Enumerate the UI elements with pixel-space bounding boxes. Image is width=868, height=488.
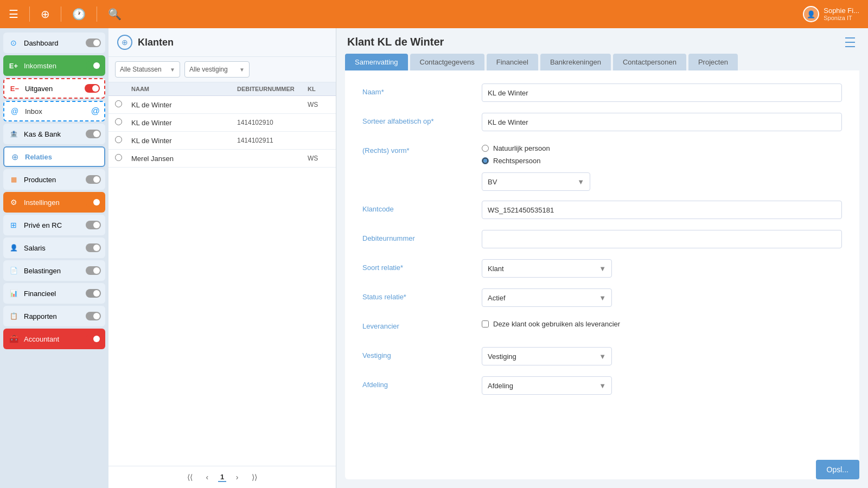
- sidebar-item-relaties[interactable]: ⊕ Relaties: [3, 146, 105, 167]
- row-naam-1: KL de Winter: [131, 119, 237, 127]
- radio-rechtspersoon-input[interactable]: [482, 157, 489, 164]
- page-last[interactable]: ⟩⟩: [248, 471, 261, 484]
- leverancier-checkbox[interactable]: [482, 320, 489, 328]
- vestiging-select[interactable]: Vestiging ▼: [482, 347, 612, 365]
- form-row-leverancier: Leverancier Deze klant ook gebruiken als…: [362, 318, 842, 337]
- row-radio[interactable]: [115, 136, 122, 143]
- row-radio[interactable]: [115, 118, 122, 125]
- inkomsten-toggle[interactable]: [86, 61, 101, 70]
- naam-input[interactable]: [482, 84, 842, 102]
- sidebar-item-financieel[interactable]: 📊 Financieel: [3, 283, 105, 304]
- status-filter[interactable]: Alle Statussen ▼: [115, 61, 180, 78]
- radio-natuurlijk-input[interactable]: [482, 145, 489, 152]
- page-number: 1: [218, 473, 226, 482]
- afdeling-select[interactable]: Afdeling ▼: [482, 376, 612, 395]
- leverancier-control: Deze klant ook gebruiken als leverancier: [482, 318, 842, 328]
- status-relatie-select[interactable]: Actief ▼: [482, 288, 612, 307]
- sidebar-item-prive[interactable]: ⊞ Privé en RC: [3, 215, 105, 235]
- bv-select[interactable]: BV ▼: [482, 172, 590, 191]
- main-layout: ⊙ Dashboard E+ Inkomsten E− Uitgaven @: [0, 28, 868, 488]
- add-icon[interactable]: ⊕: [39, 5, 52, 23]
- grid-view-icon[interactable]: [845, 36, 855, 48]
- sidebar-item-kasbank[interactable]: 🏦 Kas & Bank: [3, 124, 105, 144]
- separator-1: [29, 7, 30, 22]
- sidebar-item-inbox[interactable]: @ Inbox @: [3, 101, 105, 121]
- col-debiteur-header: DEBITEURNUMMER: [237, 86, 308, 92]
- tab-contactgegevens[interactable]: Contactgegevens: [410, 54, 484, 70]
- table-header: NAAM DEBITEURNUMMER KL: [108, 82, 336, 96]
- sorteer-input[interactable]: [482, 113, 842, 131]
- tab-financieel[interactable]: Financieel: [487, 54, 538, 70]
- sorteer-control: [482, 113, 842, 131]
- kasbank-toggle[interactable]: [86, 130, 101, 138]
- table-row[interactable]: Merel Jansen WS: [108, 150, 336, 168]
- tab-samenvatting[interactable]: Samenvatting: [345, 54, 408, 70]
- col-kl-header: KL: [308, 86, 329, 92]
- uitgaven-toggle[interactable]: [85, 84, 100, 93]
- sidebar-item-rapporten[interactable]: 📋 Rapporten: [3, 306, 105, 326]
- belastingen-icon: 📄: [8, 265, 20, 277]
- sidebar-item-producten[interactable]: ▦ Producten: [3, 169, 105, 190]
- radio-natuurlijk[interactable]: Natuurlijk persoon: [482, 144, 842, 152]
- page-prev[interactable]: ‹: [201, 471, 214, 484]
- table-row[interactable]: KL de Winter 1414102910: [108, 114, 336, 132]
- rapporten-toggle[interactable]: [86, 312, 101, 320]
- inkomsten-icon: E+: [8, 60, 20, 72]
- prive-toggle[interactable]: [86, 221, 101, 229]
- sorteer-label: Sorteer alfabetisch op*: [362, 113, 482, 125]
- soort-relatie-value: Klant: [488, 265, 504, 273]
- table-row[interactable]: KL de Winter WS: [108, 96, 336, 114]
- leverancier-checkbox-label[interactable]: Deze klant ook gebruiken als leverancier: [482, 318, 842, 328]
- tab-projecten[interactable]: Projecten: [688, 54, 738, 70]
- financieel-toggle[interactable]: [86, 289, 101, 298]
- rechtsvorm-label: (Rechts) vorm*: [362, 142, 482, 155]
- table-row[interactable]: KL de Winter 1414102911: [108, 132, 336, 150]
- sidebar-label-belastingen: Belastingen: [24, 267, 61, 275]
- sidebar-label-salaris: Salaris: [24, 244, 46, 252]
- sidebar-item-dashboard[interactable]: ⊙ Dashboard: [3, 33, 105, 53]
- sidebar-item-salaris[interactable]: 👤 Salaris: [3, 237, 105, 258]
- klantcode-input[interactable]: [482, 201, 842, 219]
- radio-rechtspersoon[interactable]: Rechtspersoon: [482, 157, 842, 165]
- page-first[interactable]: ⟨⟨: [183, 471, 196, 484]
- save-button[interactable]: Opsl...: [816, 460, 859, 479]
- page-next[interactable]: ›: [231, 471, 244, 484]
- row-kl-3: WS: [308, 155, 329, 162]
- tab-bankrekeningen[interactable]: Bankrekeningen: [540, 54, 611, 70]
- debiteurnummer-input[interactable]: [482, 230, 842, 248]
- soort-relatie-label: Soort relatie*: [362, 259, 482, 272]
- accountant-icon: 🧰: [8, 333, 20, 345]
- dashboard-toggle[interactable]: [86, 38, 101, 47]
- sidebar-label-prive: Privé en RC: [24, 221, 62, 229]
- accountant-toggle[interactable]: [86, 335, 101, 343]
- soort-relatie-select[interactable]: Klant ▼: [482, 259, 612, 278]
- user-info: 👤 Sophie Fi... Sponiza IT: [803, 6, 859, 22]
- naam-control: [482, 84, 842, 102]
- row-radio[interactable]: [115, 100, 122, 107]
- financieel-icon: 📊: [8, 287, 20, 299]
- bv-value: BV: [488, 178, 497, 186]
- main-panels: ⊕ Klanten Alle Statussen ▼ Alle vestigin…: [108, 28, 868, 488]
- detail-header: Klant KL de Winter: [336, 28, 868, 54]
- klantcode-control: [482, 201, 842, 219]
- inbox-icon: @: [9, 105, 21, 117]
- search-icon[interactable]: 🔍: [106, 5, 124, 23]
- history-icon[interactable]: 🕐: [70, 5, 88, 23]
- sidebar-item-belastingen[interactable]: 📄 Belastingen: [3, 260, 105, 281]
- form-row-klantcode: Klantcode: [362, 201, 842, 220]
- radio-natuurlijk-label: Natuurlijk persoon: [493, 144, 550, 152]
- detail-content: Naam* Sorteer alfabetisch op*: [345, 70, 859, 479]
- top-bar: ☰ ⊕ 🕐 🔍 👤 Sophie Fi... Sponiza IT: [0, 0, 868, 28]
- salaris-toggle[interactable]: [86, 243, 101, 252]
- instellingen-toggle[interactable]: [86, 198, 101, 207]
- sidebar-item-inkomsten[interactable]: E+ Inkomsten: [3, 55, 105, 76]
- menu-icon[interactable]: ☰: [7, 5, 21, 23]
- tab-contactpersonen[interactable]: Contactpersonen: [613, 54, 686, 70]
- sidebar-item-instellingen[interactable]: ⚙ Instellingen: [3, 192, 105, 213]
- row-radio[interactable]: [115, 154, 122, 161]
- vestiging-filter[interactable]: Alle vestiging ▼: [184, 61, 250, 78]
- sidebar-item-accountant[interactable]: 🧰 Accountant: [3, 329, 105, 349]
- producten-toggle[interactable]: [86, 175, 101, 184]
- belastingen-toggle[interactable]: [86, 266, 101, 275]
- sidebar-item-uitgaven[interactable]: E− Uitgaven: [3, 78, 105, 99]
